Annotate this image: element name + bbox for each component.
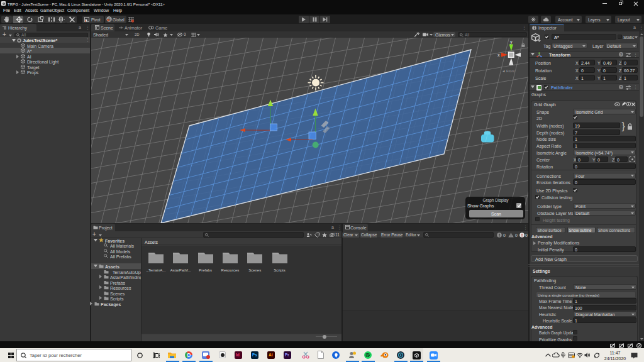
svg-text:Show Graphs: Show Graphs: [467, 204, 494, 209]
svg-text:Scan: Scan: [491, 212, 501, 216]
svg-text:Graph Display: Graph Display: [482, 198, 509, 203]
svg-text:◄ Front: ◄ Front: [502, 69, 515, 73]
